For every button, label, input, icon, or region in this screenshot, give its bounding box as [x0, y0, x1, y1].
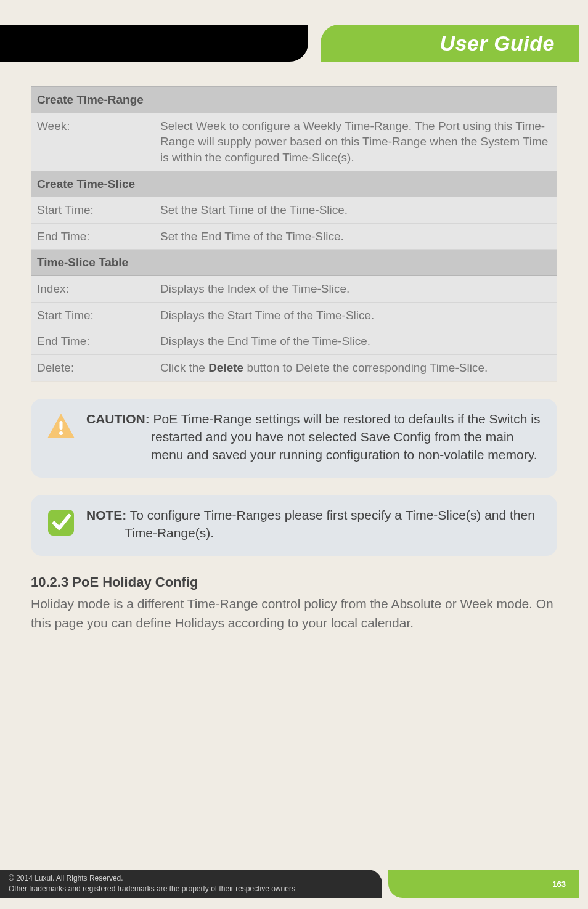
caution-triangle-icon — [46, 412, 76, 439]
table-row: Delete: Click the Delete button to Delet… — [31, 355, 557, 381]
table-row: End Time: Set the End Time of the Time-S… — [31, 223, 557, 250]
section-heading-text: Create Time-Range — [31, 87, 557, 113]
row-desc: Set the End Time of the Time-Slice. — [154, 223, 557, 250]
caution-callout: CAUTION: PoE Time-Range settings will be… — [31, 399, 557, 478]
svg-rect-0 — [60, 421, 63, 430]
note-icon-wrap — [46, 506, 76, 542]
row-desc: Set the Start Time of the Time-Slice. — [154, 197, 557, 224]
section-heading-text: Time-Slice Table — [31, 250, 557, 276]
page-footer: © 2014 Luxul. All Rights Reserved. Other… — [0, 865, 588, 898]
document-title: User Guide — [440, 31, 555, 55]
definitions-table: Create Time-Range Week: Select Week to c… — [31, 86, 557, 381]
row-desc: Displays the End Time of the Time-Slice. — [154, 328, 557, 355]
row-desc: Displays the Start Time of the Time-Slic… — [154, 302, 557, 328]
table-section-header: Create Time-Range — [31, 87, 557, 113]
top-banner: User Guide — [0, 6, 588, 74]
subsection-heading: 10.2.3 PoE Holiday Config — [31, 574, 557, 590]
footer-black-bar: © 2014 Luxul. All Rights Reserved. Other… — [0, 870, 382, 898]
row-desc-bold: Delete — [208, 361, 243, 374]
banner-black-bar — [0, 25, 308, 62]
table-section-header: Time-Slice Table — [31, 250, 557, 276]
svg-rect-2 — [48, 510, 74, 536]
svg-point-1 — [59, 431, 63, 435]
row-desc: Select Week to configure a Weekly Time-R… — [154, 113, 557, 171]
row-desc-suffix: button to Delete the corresponding Time-… — [243, 361, 488, 374]
caution-body: PoE Time-Range settings will be restored… — [150, 412, 541, 462]
table-row: Week: Select Week to configure a Weekly … — [31, 113, 557, 171]
row-label: Start Time: — [31, 302, 154, 328]
row-label: Week: — [31, 113, 154, 171]
note-text: NOTE: To configure Time-Ranges please fi… — [86, 506, 542, 542]
footer-green-bar: 163 — [388, 870, 579, 898]
note-callout: NOTE: To configure Time-Ranges please fi… — [31, 495, 557, 556]
banner-green-bar: User Guide — [321, 25, 579, 62]
row-label: Index: — [31, 276, 154, 303]
row-label: Start Time: — [31, 197, 154, 224]
table-row: Start Time: Set the Start Time of the Ti… — [31, 197, 557, 224]
section-heading-text: Create Time-Slice — [31, 171, 557, 197]
table-section-header: Create Time-Slice — [31, 171, 557, 197]
row-desc-prefix: Click the — [160, 361, 208, 374]
note-lead: NOTE: — [86, 508, 126, 522]
row-desc: Displays the Index of the Time-Slice. — [154, 276, 557, 303]
table-row: Index: Displays the Index of the Time-Sl… — [31, 276, 557, 303]
row-label: Delete: — [31, 355, 154, 381]
note-body: To configure Time-Ranges please first sp… — [125, 508, 535, 540]
row-label: End Time: — [31, 223, 154, 250]
row-label: End Time: — [31, 328, 154, 355]
table-row: Start Time: Displays the Start Time of t… — [31, 302, 557, 328]
footer-copyright-line2: Other trademarks and registered trademar… — [9, 884, 374, 894]
table-row: End Time: Displays the End Time of the T… — [31, 328, 557, 355]
caution-text: CAUTION: PoE Time-Range settings will be… — [86, 410, 542, 464]
subsection-body: Holiday mode is a different Time-Range c… — [31, 594, 557, 633]
footer-copyright-line1: © 2014 Luxul. All Rights Reserved. — [9, 873, 374, 884]
caution-icon-wrap — [46, 410, 76, 464]
row-desc: Click the Delete button to Delete the co… — [154, 355, 557, 381]
note-check-icon — [47, 508, 75, 537]
page-number: 163 — [552, 879, 566, 889]
caution-lead: CAUTION: — [86, 412, 150, 426]
